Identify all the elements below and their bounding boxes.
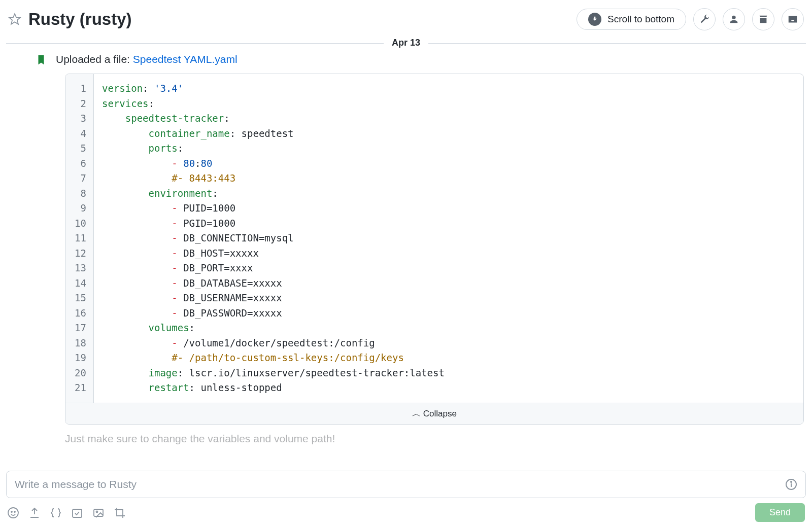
svg-point-5 — [11, 511, 12, 512]
inbox-button[interactable] — [782, 8, 804, 30]
page-title: Rusty (rusty) — [28, 10, 132, 29]
svg-rect-7 — [73, 509, 82, 517]
upload-line: Uploaded a file: Speedtest YAML.yaml — [56, 53, 804, 65]
inbox-icon — [787, 14, 798, 25]
collapse-label: Collapse — [423, 409, 457, 418]
send-button[interactable]: Send — [755, 503, 805, 522]
composer — [6, 471, 806, 498]
date-separator: Apr 13 — [6, 38, 806, 48]
svg-point-6 — [14, 511, 15, 512]
wrench-button[interactable] — [693, 8, 716, 30]
info-icon[interactable] — [785, 478, 797, 490]
date-label: Apr 13 — [384, 38, 428, 48]
chevron-up-icon: ︿ — [412, 409, 423, 418]
checkbox-icon[interactable] — [71, 507, 83, 519]
star-icon[interactable] — [8, 13, 21, 26]
arrow-down-circle-icon — [588, 13, 601, 26]
wrench-icon — [699, 14, 710, 25]
message-row: Uploaded a file: Speedtest YAML.yaml 1 2… — [8, 53, 804, 445]
archive-icon — [758, 14, 769, 25]
svg-point-4 — [8, 508, 18, 518]
image-icon[interactable] — [92, 507, 105, 519]
archive-button[interactable] — [752, 8, 774, 30]
emoji-icon[interactable] — [7, 507, 19, 519]
scroll-to-bottom-label: Scroll to bottom — [607, 14, 674, 25]
scroll-to-bottom-button[interactable]: Scroll to bottom — [577, 9, 686, 30]
svg-point-9 — [96, 511, 98, 512]
svg-point-3 — [791, 481, 792, 482]
code-gutter: 1 2 3 4 5 6 7 8 9 10 11 12 13 14 15 16 1… — [65, 74, 94, 403]
person-icon — [728, 14, 739, 25]
crop-icon[interactable] — [114, 507, 126, 519]
header: Rusty (rusty) Scroll to bottom — [6, 5, 806, 38]
message-input[interactable] — [15, 478, 785, 490]
uploaded-file-link[interactable]: Speedtest YAML.yaml — [133, 53, 238, 65]
upload-icon[interactable] — [28, 507, 41, 519]
followup-text: Just make sure to change the variables a… — [65, 433, 804, 445]
code-content[interactable]: version: '3.4' services: speedtest-track… — [94, 74, 453, 403]
user-button[interactable] — [723, 8, 745, 30]
collapse-button[interactable]: ︿ Collapse — [65, 403, 803, 424]
code-braces-icon[interactable] — [50, 507, 62, 519]
svg-marker-0 — [9, 14, 20, 24]
bookmark-icon — [36, 54, 47, 65]
code-block: 1 2 3 4 5 6 7 8 9 10 11 12 13 14 15 16 1… — [65, 74, 804, 425]
composer-toolbar: Send — [6, 498, 806, 522]
upload-prefix: Uploaded a file: — [56, 53, 133, 65]
